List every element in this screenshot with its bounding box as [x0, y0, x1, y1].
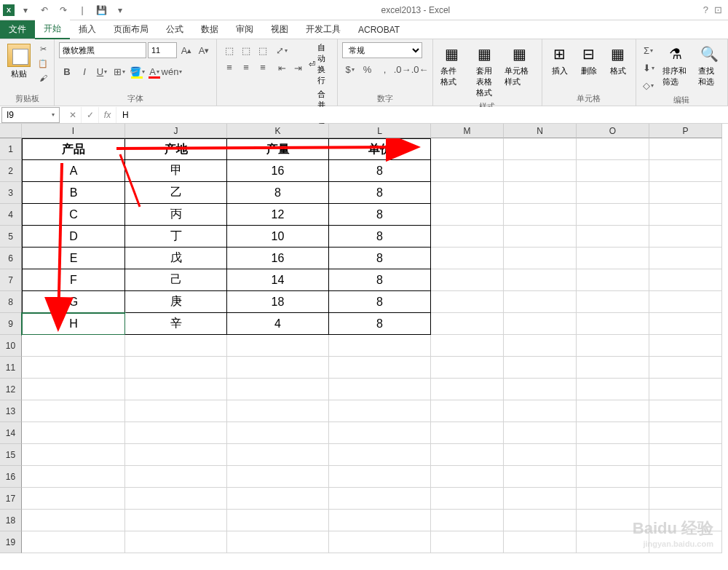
- cell-J12[interactable]: [125, 379, 227, 400]
- cell-L5[interactable]: 8: [329, 226, 431, 248]
- cell-I11[interactable]: [22, 357, 125, 379]
- cell-J18[interactable]: [125, 510, 227, 531]
- cell-O13[interactable]: [577, 400, 649, 422]
- format-cells-button[interactable]: ▦ 格式: [605, 42, 631, 78]
- tab-developer[interactable]: 开发工具: [297, 20, 349, 39]
- cell-O10[interactable]: [577, 335, 649, 357]
- cell-K5[interactable]: 10: [227, 226, 329, 248]
- cell-I5[interactable]: D: [22, 226, 125, 248]
- cell-P1[interactable]: [649, 138, 722, 160]
- cell-P18[interactable]: [649, 510, 722, 531]
- column-header-O[interactable]: O: [577, 124, 649, 138]
- help-button[interactable]: ?: [703, 4, 708, 15]
- cell-O9[interactable]: [577, 313, 649, 335]
- cell-J2[interactable]: 甲: [125, 160, 227, 182]
- cell-M18[interactable]: [431, 510, 504, 531]
- row-header-8[interactable]: 8: [0, 291, 22, 313]
- formula-bar[interactable]: [116, 107, 728, 123]
- row-header-16[interactable]: 16: [0, 466, 22, 488]
- cell-M14[interactable]: [431, 422, 504, 444]
- cell-O18[interactable]: [577, 510, 649, 531]
- cell-O14[interactable]: [577, 422, 649, 444]
- row-header-15[interactable]: 15: [0, 444, 22, 466]
- cell-L17[interactable]: [329, 488, 431, 510]
- increase-font-button[interactable]: A▴: [178, 42, 194, 58]
- cell-M10[interactable]: [431, 335, 504, 357]
- cell-L11[interactable]: [329, 357, 431, 379]
- cell-I13[interactable]: [22, 400, 125, 422]
- cell-I2[interactable]: A: [22, 160, 125, 182]
- row-header-7[interactable]: 7: [0, 269, 22, 291]
- cell-M4[interactable]: [431, 204, 504, 226]
- tab-home[interactable]: 开始: [35, 20, 70, 39]
- cell-K7[interactable]: 14: [227, 269, 329, 291]
- cell-K2[interactable]: 16: [227, 160, 329, 182]
- cell-M1[interactable]: [431, 138, 504, 160]
- cell-P10[interactable]: [649, 335, 722, 357]
- cell-I1[interactable]: 产品: [22, 138, 125, 160]
- row-header-17[interactable]: 17: [0, 488, 22, 510]
- decrease-decimal-button[interactable]: .0←: [412, 61, 428, 77]
- cell-I6[interactable]: E: [22, 248, 125, 269]
- align-right-button[interactable]: ≡: [255, 59, 271, 75]
- cell-O3[interactable]: [577, 182, 649, 204]
- cell-J17[interactable]: [125, 488, 227, 510]
- column-header-K[interactable]: K: [227, 124, 329, 138]
- orientation-button[interactable]: ⤢▾: [274, 42, 290, 58]
- cell-J19[interactable]: [125, 531, 227, 553]
- cell-N1[interactable]: [504, 138, 577, 160]
- cell-O5[interactable]: [577, 226, 649, 248]
- cell-N4[interactable]: [504, 204, 577, 226]
- cell-L10[interactable]: [329, 335, 431, 357]
- cell-P12[interactable]: [649, 379, 722, 400]
- row-header-19[interactable]: 19: [0, 531, 22, 553]
- column-header-N[interactable]: N: [504, 124, 577, 138]
- cell-K18[interactable]: [227, 510, 329, 531]
- cell-N17[interactable]: [504, 488, 577, 510]
- number-format-select[interactable]: 常规: [342, 42, 422, 58]
- cell-P16[interactable]: [649, 466, 722, 488]
- cell-K1[interactable]: 产量: [227, 138, 329, 160]
- tab-formulas[interactable]: 公式: [157, 20, 192, 39]
- cut-button[interactable]: ✂: [36, 42, 50, 55]
- copy-button[interactable]: 📋: [36, 57, 50, 70]
- cell-O12[interactable]: [577, 379, 649, 400]
- cell-I9[interactable]: H: [22, 313, 125, 335]
- wrap-text-button[interactable]: ⏎自动换行: [309, 42, 333, 86]
- select-all-corner[interactable]: [0, 124, 22, 138]
- column-header-P[interactable]: P: [649, 124, 722, 138]
- cell-O19[interactable]: [577, 531, 649, 553]
- cell-P14[interactable]: [649, 422, 722, 444]
- cell-L16[interactable]: [329, 466, 431, 488]
- cell-K17[interactable]: [227, 488, 329, 510]
- cell-M2[interactable]: [431, 160, 504, 182]
- cell-O8[interactable]: [577, 291, 649, 313]
- cell-O2[interactable]: [577, 160, 649, 182]
- cell-J8[interactable]: 庚: [125, 291, 227, 313]
- clear-button[interactable]: ◇▾: [641, 77, 657, 93]
- cell-I16[interactable]: [22, 466, 125, 488]
- cell-L9[interactable]: 8: [329, 313, 431, 335]
- cell-O11[interactable]: [577, 357, 649, 379]
- cell-L8[interactable]: 8: [329, 291, 431, 313]
- cell-N6[interactable]: [504, 248, 577, 269]
- cell-J9[interactable]: 辛: [125, 313, 227, 335]
- cell-I15[interactable]: [22, 444, 125, 466]
- tab-insert[interactable]: 插入: [70, 20, 105, 39]
- currency-button[interactable]: $▾: [342, 61, 358, 77]
- conditional-format-button[interactable]: ▦ 条件格式: [438, 42, 467, 89]
- align-center-button[interactable]: ≡: [238, 59, 254, 75]
- ribbon-display-button[interactable]: ⊡: [714, 4, 722, 15]
- cell-I8[interactable]: G: [22, 291, 125, 313]
- cell-N9[interactable]: [504, 313, 577, 335]
- cell-L6[interactable]: 8: [329, 248, 431, 269]
- cell-M9[interactable]: [431, 313, 504, 335]
- cell-L4[interactable]: 8: [329, 204, 431, 226]
- cell-I10[interactable]: [22, 335, 125, 357]
- cell-I18[interactable]: [22, 510, 125, 531]
- find-select-button[interactable]: 🔍 查找和选: [695, 42, 723, 89]
- cell-P13[interactable]: [649, 400, 722, 422]
- cell-P3[interactable]: [649, 182, 722, 204]
- cell-K6[interactable]: 16: [227, 248, 329, 269]
- cell-N14[interactable]: [504, 422, 577, 444]
